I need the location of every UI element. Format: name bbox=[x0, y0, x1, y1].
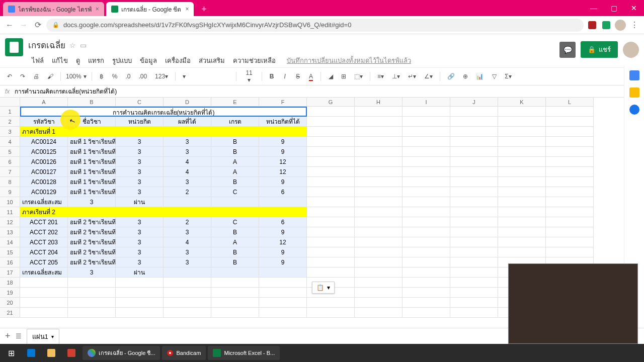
taskbar-mail[interactable] bbox=[62, 346, 80, 360]
title-cell[interactable]: การคำนวณคิดเกรดเฉลี่ย(หน่วยกิตที่ได้) bbox=[20, 107, 307, 117]
text-color-button[interactable]: A bbox=[306, 72, 315, 81]
url-bar: ← → ⟳ 🔒 docs.google.com/spreadsheets/d/1… bbox=[0, 16, 644, 34]
merge-button[interactable]: ⬚▾ bbox=[352, 72, 365, 81]
browser-tabstrip: ไดรฟ์ของฉัน - Google ไดรฟ์ × เกรดเฉลี่ย … bbox=[0, 0, 644, 16]
add-sheet-button[interactable]: + bbox=[5, 331, 11, 341]
taskbar-chrome[interactable]: เกรดเฉลี่ย - Google ชี... bbox=[83, 346, 160, 360]
user-avatar[interactable] bbox=[623, 42, 639, 58]
reload-button[interactable]: ⟳ bbox=[32, 20, 43, 31]
start-button[interactable]: ⊞ bbox=[2, 346, 20, 360]
share-button[interactable]: 🔒 แชร์ bbox=[581, 41, 618, 58]
chart-button[interactable]: 📊 bbox=[474, 72, 486, 81]
save-status[interactable]: บันทึกการเปลี่ยนแปลงทั้งหมดไว้ในไดรฟ์แล้… bbox=[283, 54, 415, 67]
menu-format[interactable]: รูปแบบ bbox=[109, 54, 135, 67]
move-icon[interactable]: ▭ bbox=[80, 41, 87, 49]
valign-button[interactable]: ⊥▾ bbox=[390, 72, 402, 81]
tasks-icon[interactable] bbox=[629, 105, 639, 115]
wrap-button[interactable]: ↵▾ bbox=[406, 72, 418, 81]
currency-button[interactable]: ฿ bbox=[97, 72, 106, 81]
font-select[interactable]: ▾ bbox=[181, 72, 231, 81]
webcam-overlay bbox=[508, 263, 638, 344]
bold-button[interactable]: B bbox=[267, 72, 276, 81]
taskbar-search[interactable] bbox=[22, 346, 40, 360]
profile-avatar[interactable] bbox=[615, 20, 626, 31]
chrome-menu-button[interactable]: ⋮ bbox=[629, 20, 640, 31]
keep-icon[interactable] bbox=[629, 87, 639, 98]
extension-icon[interactable] bbox=[587, 20, 598, 31]
url-text: docs.google.com/spreadsheets/d/1v7zFK0fv… bbox=[63, 21, 351, 29]
clipboard-icon: 📋 bbox=[316, 284, 324, 291]
fx-icon: fx bbox=[5, 88, 10, 95]
taskbar-bandicam[interactable]: Bandicam bbox=[162, 346, 206, 360]
menu-insert[interactable]: แทรก bbox=[85, 54, 108, 67]
extension-icon[interactable] bbox=[601, 20, 612, 31]
maximize-button[interactable]: ▢ bbox=[604, 0, 624, 16]
filter-button[interactable]: ▽ bbox=[490, 72, 499, 81]
doc-title[interactable]: เกรดเฉลี่ย bbox=[28, 38, 65, 52]
menu-data[interactable]: ข้อมูล bbox=[136, 54, 160, 67]
sheet-tab-active[interactable]: แผ่น1▾ bbox=[27, 329, 59, 344]
windows-taskbar: ⊞ เกรดเฉลี่ย - Google ชี... Bandicam Mic… bbox=[0, 344, 644, 362]
fill-color-button[interactable]: ◢ bbox=[326, 72, 335, 81]
menu-help[interactable]: ความช่วยเหลือ bbox=[229, 54, 279, 67]
close-icon[interactable]: × bbox=[185, 6, 189, 13]
print-button[interactable]: 🖨 bbox=[31, 72, 41, 81]
undo-button[interactable]: ↶ bbox=[5, 72, 14, 81]
formula-text: การคำนวณคิดเกรดเฉลี่ย(หน่วยกิตที่ได้) bbox=[15, 86, 117, 96]
menu-edit[interactable]: แก้ไข bbox=[48, 54, 71, 67]
address-bar[interactable]: 🔒 docs.google.com/spreadsheets/d/1v7zFK0… bbox=[46, 19, 584, 32]
taskbar-explorer[interactable] bbox=[42, 346, 60, 360]
rotate-button[interactable]: ∠▾ bbox=[422, 72, 435, 81]
zoom-select[interactable]: 100%▾ bbox=[66, 73, 87, 80]
menu-tools[interactable]: เครื่องมือ bbox=[162, 54, 194, 67]
all-sheets-button[interactable]: ☰ bbox=[16, 332, 22, 340]
number-format-button[interactable]: 123▾ bbox=[153, 72, 170, 81]
browser-tab[interactable]: ไดรฟ์ของฉัน - Google ไดรฟ์ × bbox=[3, 2, 104, 16]
italic-button[interactable]: I bbox=[280, 72, 289, 81]
dec-increase-button[interactable]: .00 bbox=[136, 72, 149, 81]
font-size-select[interactable]: 11 ▾ bbox=[242, 68, 257, 84]
back-button[interactable]: ← bbox=[4, 20, 15, 31]
sheets-logo-icon[interactable] bbox=[5, 38, 23, 56]
menu-view[interactable]: ดู bbox=[72, 54, 84, 67]
tab-title: เกรดเฉลี่ย - Google ชีต bbox=[121, 5, 182, 14]
tab-title: ไดรฟ์ของฉัน - Google ไดรฟ์ bbox=[18, 5, 92, 14]
strike-button[interactable]: S bbox=[293, 72, 302, 81]
sheets-icon bbox=[111, 6, 118, 13]
browser-tab-active[interactable]: เกรดเฉลี่ย - Google ชีต × bbox=[106, 2, 194, 16]
lock-icon: 🔒 bbox=[52, 22, 59, 28]
menubar: ไฟล์ แก้ไข ดู แทรก รูปแบบ ข้อมูล เครื่อง… bbox=[28, 54, 559, 67]
percent-button[interactable]: % bbox=[110, 72, 120, 81]
formula-bar[interactable]: fx การคำนวณคิดเกรดเฉลี่ย(หน่วยกิตที่ได้) bbox=[0, 85, 644, 98]
taskbar-excel[interactable]: Microsoft Excel - B... bbox=[208, 346, 280, 360]
paint-format-button[interactable]: 🖌 bbox=[45, 72, 55, 81]
dec-decrease-button[interactable]: .0 bbox=[123, 72, 132, 81]
close-icon[interactable]: × bbox=[96, 6, 99, 13]
link-button[interactable]: 🔗 bbox=[445, 72, 457, 81]
comments-button[interactable]: 💬 bbox=[559, 42, 576, 58]
sheets-header: เกรดเฉลี่ย ☆ ▭ ไฟล์ แก้ไข ดู แทรก รูปแบบ… bbox=[0, 34, 644, 67]
drive-icon bbox=[8, 6, 15, 13]
minimize-button[interactable]: — bbox=[584, 0, 604, 16]
menu-addons[interactable]: ส่วนเสริม bbox=[195, 54, 228, 67]
close-window-button[interactable]: ✕ bbox=[624, 0, 644, 16]
menu-file[interactable]: ไฟล์ bbox=[28, 54, 47, 67]
redo-button[interactable]: ↷ bbox=[18, 72, 27, 81]
toolbar: ↶ ↷ 🖨 🖌 100%▾ ฿ % .0 .00 123▾ ▾ 11 ▾ B I… bbox=[0, 67, 644, 85]
borders-button[interactable]: ⊞ bbox=[339, 72, 348, 81]
calendar-icon[interactable] bbox=[629, 70, 639, 80]
paste-options-popup[interactable]: 📋▾ bbox=[312, 282, 335, 294]
forward-button[interactable]: → bbox=[18, 20, 29, 31]
lock-icon: 🔒 bbox=[588, 46, 596, 53]
halign-button[interactable]: ≡▾ bbox=[375, 72, 386, 81]
star-icon[interactable]: ☆ bbox=[69, 41, 76, 49]
comment-button[interactable]: ⊕ bbox=[461, 72, 470, 81]
functions-button[interactable]: Σ▾ bbox=[503, 72, 513, 81]
window-controls: — ▢ ✕ bbox=[584, 0, 644, 16]
new-tab-button[interactable]: + bbox=[198, 3, 210, 15]
